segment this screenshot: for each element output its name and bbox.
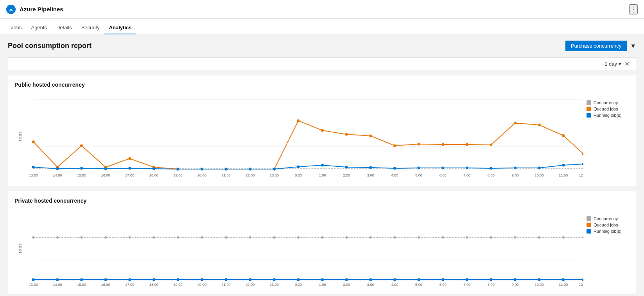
filter-bar: 1 day ▾ ✕: [8, 57, 636, 70]
svg-point-131: [441, 278, 444, 281]
svg-point-27: [466, 143, 468, 146]
svg-point-35: [80, 167, 83, 170]
svg-point-38: [152, 168, 155, 170]
nav-analytics[interactable]: Analytics: [104, 21, 136, 34]
svg-point-133: [490, 278, 492, 281]
svg-text:7:00: 7:00: [463, 173, 470, 177]
svg-point-40: [201, 168, 203, 171]
svg-text:20:00: 20:00: [197, 283, 206, 287]
legend-running-label: Running job(s): [594, 113, 622, 118]
svg-point-46: [345, 166, 348, 169]
filter-button[interactable]: ▼: [630, 43, 636, 50]
svg-point-125: [297, 278, 300, 281]
public-chart-area: 750 500 250 0: [29, 93, 583, 180]
running-legend-color: [587, 113, 591, 118]
svg-point-121: [201, 278, 203, 281]
svg-text:12:00: 12:00: [579, 173, 583, 177]
svg-point-51: [466, 167, 468, 169]
svg-point-9: [32, 141, 35, 143]
svg-text:22:00: 22:00: [246, 173, 255, 177]
svg-point-24: [393, 144, 396, 147]
svg-point-55: [562, 164, 565, 167]
svg-text:13:00: 13:00: [29, 173, 38, 177]
more-options-button[interactable]: ⋮: [629, 4, 638, 14]
svg-point-96: [177, 236, 179, 239]
svg-point-98: [225, 236, 227, 239]
svg-text:20:00: 20:00: [197, 173, 206, 177]
concurrency-legend-color: [587, 100, 591, 105]
svg-point-132: [466, 278, 468, 281]
private-chart-container: JOBS 150 100 50 0: [14, 209, 630, 288]
private-legend-queued: Queued jobs: [587, 223, 630, 227]
svg-point-31: [562, 134, 565, 137]
svg-text:22:00: 22:00: [246, 283, 255, 287]
svg-point-90: [32, 236, 34, 239]
nav-security[interactable]: Security: [77, 21, 104, 34]
public-chart-title: Public hosted concurrency: [14, 82, 630, 88]
svg-text:16:00: 16:00: [101, 283, 110, 287]
svg-text:2:00: 2:00: [343, 283, 350, 287]
svg-text:19:00: 19:00: [173, 283, 182, 287]
svg-text:4:00: 4:00: [391, 173, 398, 177]
svg-point-22: [345, 133, 348, 136]
private-legend-concurrency-label: Concurrency: [594, 216, 618, 221]
svg-text:14:00: 14:00: [53, 283, 62, 287]
header-left: ☁ Azure Pipelines: [6, 5, 63, 14]
svg-text:23:00: 23:00: [270, 283, 279, 287]
svg-point-102: [321, 236, 323, 239]
svg-point-48: [393, 167, 396, 170]
svg-point-127: [345, 278, 348, 281]
svg-text:23:00: 23:00: [270, 173, 279, 177]
svg-point-26: [441, 143, 444, 146]
svg-point-109: [490, 236, 492, 239]
private-chart-svg: 150 100 50 0: [29, 209, 583, 287]
svg-text:16:00: 16:00: [101, 173, 110, 177]
svg-point-105: [393, 236, 396, 239]
main-content: Pool consumption report Purchase concurr…: [0, 34, 644, 296]
svg-text:17:00: 17:00: [125, 173, 134, 177]
nav-details[interactable]: Details: [52, 21, 77, 34]
svg-point-30: [538, 124, 540, 127]
svg-point-25: [417, 143, 420, 146]
svg-point-122: [225, 278, 228, 281]
svg-text:8:00: 8:00: [488, 283, 495, 287]
svg-point-11: [80, 144, 83, 147]
app-icon: ☁: [6, 5, 16, 14]
svg-point-123: [249, 278, 251, 281]
svg-point-13: [128, 157, 131, 160]
app-title: Azure Pipelines: [20, 6, 63, 12]
queued-legend-color: [587, 107, 591, 111]
svg-point-129: [393, 278, 396, 281]
private-queued-color: [587, 223, 591, 227]
svg-text:5:00: 5:00: [415, 283, 422, 287]
nav-bar: Jobs Agents Details Security Analytics: [0, 19, 644, 34]
svg-point-106: [418, 236, 420, 239]
purchase-concurrency-button[interactable]: Purchase concurrency: [565, 41, 627, 51]
legend-concurrency-label: Concurrency: [594, 100, 618, 105]
public-chart-svg: 750 500 250 0: [29, 93, 583, 178]
svg-point-120: [176, 278, 179, 281]
private-concurrency-section: Private hosted concurrency JOBS 150 100 …: [8, 191, 636, 294]
svg-text:9:00: 9:00: [511, 173, 518, 177]
svg-point-36: [104, 168, 107, 170]
nav-agents[interactable]: Agents: [26, 21, 51, 34]
private-concurrency-color: [587, 216, 591, 221]
svg-point-113: [582, 236, 583, 239]
svg-point-56: [582, 163, 583, 166]
nav-jobs[interactable]: Jobs: [6, 21, 26, 34]
header-actions: Purchase concurrency ▼: [565, 41, 636, 51]
public-concurrency-section: Public hosted concurrency JOBS 750 500 2…: [8, 75, 636, 186]
svg-text:18:00: 18:00: [149, 283, 158, 287]
svg-point-97: [201, 236, 203, 239]
svg-text:18:00: 18:00: [149, 173, 158, 177]
svg-point-135: [538, 278, 540, 281]
close-filter-button[interactable]: ✕: [624, 60, 630, 68]
svg-text:9:00: 9:00: [511, 283, 518, 287]
svg-point-28: [490, 144, 492, 146]
private-running-color: [587, 229, 591, 234]
day-filter-select[interactable]: 1 day ▾: [605, 61, 621, 67]
svg-text:6:00: 6:00: [439, 173, 447, 177]
svg-point-112: [562, 236, 565, 239]
svg-point-93: [104, 236, 107, 239]
public-y-axis-label: JOBS: [18, 131, 22, 142]
